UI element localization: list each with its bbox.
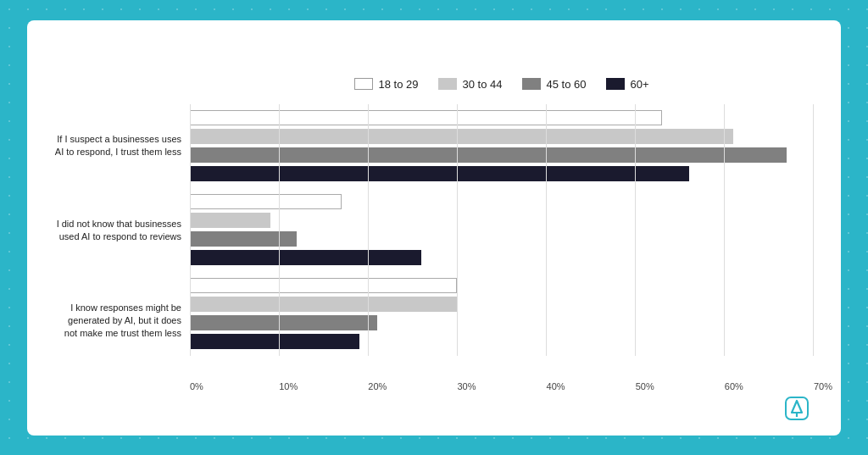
brand-icon [785, 397, 809, 420]
bars-area [190, 104, 814, 378]
bar [190, 250, 421, 265]
bar-row [190, 147, 814, 164]
y-label: If I suspect a businesses uses AI to res… [54, 133, 181, 158]
brand-logo [785, 397, 814, 420]
bar [190, 129, 733, 144]
bar [190, 110, 662, 125]
bar-group-did-not-know [190, 193, 814, 266]
bar [190, 194, 342, 209]
chart-body: 0%10%20%30%40%50%60%70% [190, 104, 814, 391]
bar-row [190, 249, 814, 266]
bar-row [190, 165, 814, 182]
bar [190, 147, 787, 163]
bar-row [190, 193, 814, 210]
chart-title [54, 44, 648, 66]
x-axis: 0%10%20%30%40%50%60%70% [190, 381, 814, 391]
bar-row [190, 128, 814, 145]
footer [54, 397, 814, 420]
legend-item: 45 to 60 [522, 78, 586, 91]
y-label: I did not know that businesses used AI t… [54, 218, 181, 243]
bar-row [190, 230, 814, 247]
bar [190, 315, 377, 330]
bar-group-trust-less [190, 109, 814, 182]
chart-area: If I suspect a businesses uses AI to res… [54, 104, 814, 391]
chart-card: 18 to 2930 to 4445 to 6060+ If I suspect… [27, 20, 841, 436]
bar-row [190, 296, 814, 313]
bar-row [190, 109, 814, 126]
legend-item: 18 to 29 [354, 78, 418, 91]
bar [190, 297, 457, 312]
bar-row [190, 212, 814, 229]
bar [190, 278, 457, 293]
bar-row [190, 314, 814, 331]
y-label: I know responses might be generated by A… [54, 302, 181, 340]
bar [190, 231, 297, 247]
bar-row [190, 333, 814, 350]
bar [190, 334, 359, 349]
legend-item: 60+ [606, 78, 648, 91]
bar [190, 166, 689, 181]
legend: 18 to 2930 to 4445 to 6060+ [190, 78, 814, 91]
y-axis-labels: If I suspect a businesses uses AI to res… [54, 104, 190, 391]
bar [190, 213, 270, 228]
bar-row [190, 277, 814, 294]
bar-group-does-not-make-trust-less [190, 277, 814, 350]
legend-item: 30 to 44 [438, 78, 502, 91]
